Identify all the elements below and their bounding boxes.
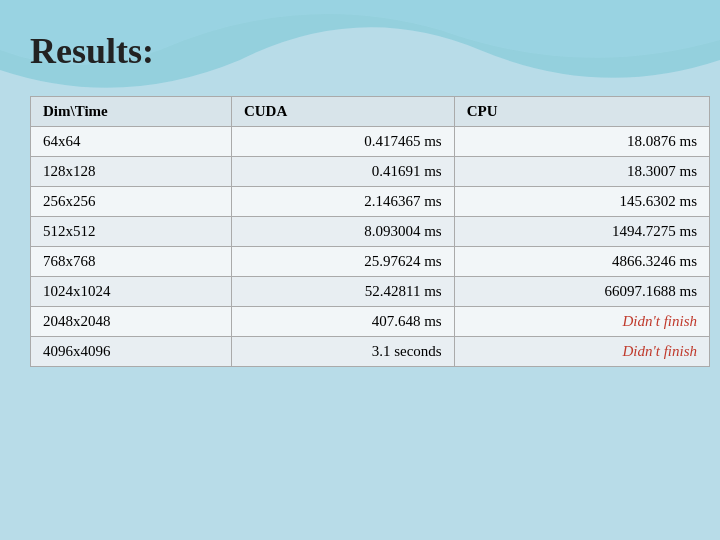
cell-cuda: 0.41691 ms: [231, 157, 454, 187]
cell-cuda: 2.146367 ms: [231, 187, 454, 217]
header-dim: Dim\Time: [31, 97, 232, 127]
cell-cuda: 52.42811 ms: [231, 277, 454, 307]
cell-cpu: 18.0876 ms: [454, 127, 709, 157]
cell-dim: 768x768: [31, 247, 232, 277]
table-row: 4096x40963.1 secondsDidn't finish: [31, 337, 710, 367]
cell-cuda: 0.417465 ms: [231, 127, 454, 157]
table-row: 768x76825.97624 ms4866.3246 ms: [31, 247, 710, 277]
cell-cuda: 407.648 ms: [231, 307, 454, 337]
cell-dim: 64x64: [31, 127, 232, 157]
cell-dim: 256x256: [31, 187, 232, 217]
cell-cuda: 25.97624 ms: [231, 247, 454, 277]
table-row: 128x1280.41691 ms18.3007 ms: [31, 157, 710, 187]
cell-cuda: 3.1 seconds: [231, 337, 454, 367]
didnt-finish-label: Didn't finish: [623, 343, 697, 359]
cell-cpu: 145.6302 ms: [454, 187, 709, 217]
cell-cpu: 4866.3246 ms: [454, 247, 709, 277]
page-title: Results:: [30, 30, 690, 72]
table-row: 64x640.417465 ms18.0876 ms: [31, 127, 710, 157]
header-cuda: CUDA: [231, 97, 454, 127]
cell-cpu: 1494.7275 ms: [454, 217, 709, 247]
results-table: Dim\Time CUDA CPU 64x640.417465 ms18.087…: [30, 96, 710, 367]
cell-cpu: Didn't finish: [454, 307, 709, 337]
cell-dim: 512x512: [31, 217, 232, 247]
table-row: 512x5128.093004 ms1494.7275 ms: [31, 217, 710, 247]
cell-cpu: 18.3007 ms: [454, 157, 709, 187]
table-row: 256x2562.146367 ms145.6302 ms: [31, 187, 710, 217]
table-row: 1024x102452.42811 ms66097.1688 ms: [31, 277, 710, 307]
table-row: 2048x2048407.648 msDidn't finish: [31, 307, 710, 337]
cell-dim: 1024x1024: [31, 277, 232, 307]
cell-dim: 128x128: [31, 157, 232, 187]
header-cpu: CPU: [454, 97, 709, 127]
didnt-finish-label: Didn't finish: [623, 313, 697, 329]
cell-cpu: Didn't finish: [454, 337, 709, 367]
cell-cpu: 66097.1688 ms: [454, 277, 709, 307]
cell-cuda: 8.093004 ms: [231, 217, 454, 247]
cell-dim: 2048x2048: [31, 307, 232, 337]
cell-dim: 4096x4096: [31, 337, 232, 367]
